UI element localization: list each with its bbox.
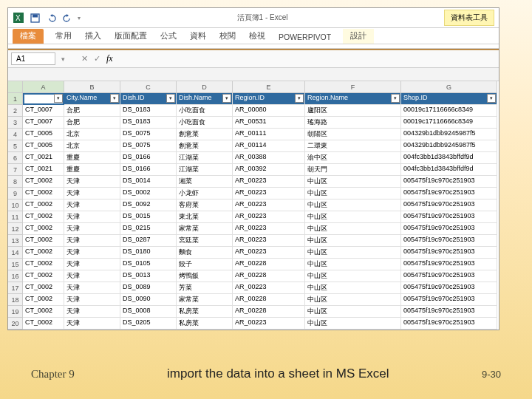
table-header-cell[interactable]: City.ID▾ — [23, 93, 64, 105]
filter-dropdown-icon[interactable]: ▾ — [110, 94, 119, 103]
cell[interactable]: 天津 — [64, 270, 120, 282]
cell[interactable]: CT_0002 — [23, 270, 64, 282]
cell[interactable]: AR_00223 — [233, 223, 305, 235]
cell[interactable]: 005475f19c970c251903 — [401, 247, 497, 259]
cell[interactable]: AR_00228 — [233, 294, 305, 306]
cell[interactable]: 廬阳区 — [305, 105, 401, 117]
filter-dropdown-icon[interactable]: ▾ — [295, 94, 304, 103]
cell[interactable]: DS_0014 — [120, 176, 177, 188]
cell[interactable]: 005475f19c970c251903 — [401, 200, 497, 211]
row-header[interactable]: 17 — [8, 282, 23, 294]
cell[interactable]: DS_0075 — [120, 129, 177, 140]
cell[interactable]: 中山区 — [305, 223, 401, 235]
cell[interactable]: CT_0007 — [23, 117, 64, 129]
row-header[interactable]: 19 — [8, 306, 23, 318]
cell[interactable]: 烤鴨飯 — [177, 270, 233, 282]
cell[interactable]: 005475f19c970c251903 — [401, 176, 497, 188]
cell[interactable]: 私房菜 — [177, 306, 233, 318]
cell[interactable]: AR_00228 — [233, 259, 305, 270]
filter-dropdown-icon[interactable]: ▾ — [166, 94, 175, 103]
cell[interactable]: DS_0180 — [120, 247, 177, 259]
filter-dropdown-icon[interactable]: ▾ — [391, 94, 400, 103]
cell[interactable]: 天津 — [64, 235, 120, 247]
cell[interactable]: 天津 — [64, 247, 120, 259]
cell[interactable]: 朝天門 — [305, 164, 401, 176]
cell[interactable]: 渝中区 — [305, 152, 401, 164]
cell[interactable]: 東北菜 — [177, 211, 233, 223]
cell[interactable]: CT_0002 — [23, 176, 64, 188]
column-header[interactable]: C — [120, 81, 177, 93]
fx-icon[interactable]: fx — [106, 53, 113, 64]
cell[interactable]: 005475f19c970c251903 — [401, 223, 497, 235]
row-header[interactable]: 20 — [8, 318, 23, 330]
cell[interactable]: 創意菜 — [177, 140, 233, 152]
cell[interactable]: 中山区 — [305, 306, 401, 318]
cell[interactable]: 合肥 — [64, 105, 120, 117]
cell[interactable]: DS_0215 — [120, 223, 177, 235]
tab-formulas[interactable]: 公式 — [159, 29, 178, 44]
cell[interactable]: 中山区 — [305, 200, 401, 211]
name-box-dropdown-icon[interactable]: ▾ — [61, 55, 65, 63]
row-header[interactable]: 6 — [8, 152, 23, 164]
cell[interactable]: AR_00223 — [233, 176, 305, 188]
cell[interactable]: 芳菜 — [177, 282, 233, 294]
cell[interactable]: CT_0002 — [23, 223, 64, 235]
cell[interactable]: 004329b1dbb9245987f5 — [401, 140, 497, 152]
cell[interactable]: 客府菜 — [177, 200, 233, 211]
cell[interactable]: CT_0002 — [23, 200, 64, 211]
cell[interactable]: DS_0183 — [120, 105, 177, 117]
cell[interactable]: 創意菜 — [177, 129, 233, 140]
table-header-cell[interactable]: Region.ID▾ — [233, 93, 305, 105]
tab-view[interactable]: 檢視 — [248, 29, 267, 44]
column-header[interactable]: B — [64, 81, 120, 93]
cell[interactable]: 005475f19c970c251903 — [401, 211, 497, 223]
cell[interactable]: DS_0013 — [120, 270, 177, 282]
filter-dropdown-icon[interactable]: ▾ — [487, 94, 496, 103]
cell[interactable]: 江湖菜 — [177, 152, 233, 164]
cell[interactable]: 二環東 — [305, 140, 401, 152]
tab-powerpivot[interactable]: POWERPIVOT — [277, 30, 332, 44]
cell[interactable]: DS_0002 — [120, 188, 177, 200]
cell[interactable]: 005475f19c970c251903 — [401, 306, 497, 318]
row-header[interactable]: 16 — [8, 270, 23, 282]
row-header[interactable]: 13 — [8, 235, 23, 247]
cell[interactable]: 中山区 — [305, 211, 401, 223]
cell[interactable]: CT_0002 — [23, 306, 64, 318]
enter-icon[interactable]: ✓ — [94, 54, 100, 64]
spreadsheet-grid[interactable]: 1 2 3 4 5 6 7 8 9 10 11 12 13 14 15 16 1… — [8, 81, 499, 330]
row-header[interactable]: 2 — [8, 105, 23, 117]
cell[interactable]: 天津 — [64, 306, 120, 318]
qat-dropdown-icon[interactable]: ▾ — [78, 15, 81, 21]
cell[interactable]: AR_00111 — [233, 129, 305, 140]
cell[interactable]: CT_0002 — [23, 294, 64, 306]
select-all-corner[interactable] — [8, 81, 23, 93]
cell[interactable]: 天津 — [64, 188, 120, 200]
column-header[interactable]: A — [23, 81, 64, 93]
cell[interactable]: DS_0090 — [120, 294, 177, 306]
cell[interactable]: AR_00388 — [233, 152, 305, 164]
cell[interactable]: 北京 — [64, 129, 120, 140]
cell[interactable]: CT_0002 — [23, 318, 64, 330]
row-header[interactable]: 3 — [8, 117, 23, 129]
cell[interactable]: 江湖菜 — [177, 164, 233, 176]
filter-dropdown-icon[interactable]: ▾ — [222, 94, 231, 103]
cell[interactable]: 005475f19c970c251903 — [401, 318, 497, 330]
table-header-cell[interactable]: Shop.ID▾ — [401, 93, 497, 105]
cell[interactable]: 中山区 — [305, 176, 401, 188]
cell[interactable]: 天津 — [64, 259, 120, 270]
column-header[interactable]: D — [177, 81, 233, 93]
cell[interactable]: CT_0002 — [23, 259, 64, 270]
cell[interactable]: AR_00223 — [233, 247, 305, 259]
cell[interactable]: 中山区 — [305, 318, 401, 330]
row-header[interactable]: 18 — [8, 294, 23, 306]
cell[interactable]: CT_0002 — [23, 211, 64, 223]
cell[interactable]: DS_0287 — [120, 235, 177, 247]
cell[interactable]: AR_00114 — [233, 140, 305, 152]
cell[interactable]: 005475f19c970c251903 — [401, 188, 497, 200]
cell[interactable]: 重慶 — [64, 152, 120, 164]
cell[interactable]: DS_0183 — [120, 117, 177, 129]
cell[interactable]: AR_00228 — [233, 306, 305, 318]
cell[interactable]: 天津 — [64, 211, 120, 223]
cell[interactable]: CT_0002 — [23, 235, 64, 247]
tab-review[interactable]: 校閱 — [218, 29, 237, 44]
